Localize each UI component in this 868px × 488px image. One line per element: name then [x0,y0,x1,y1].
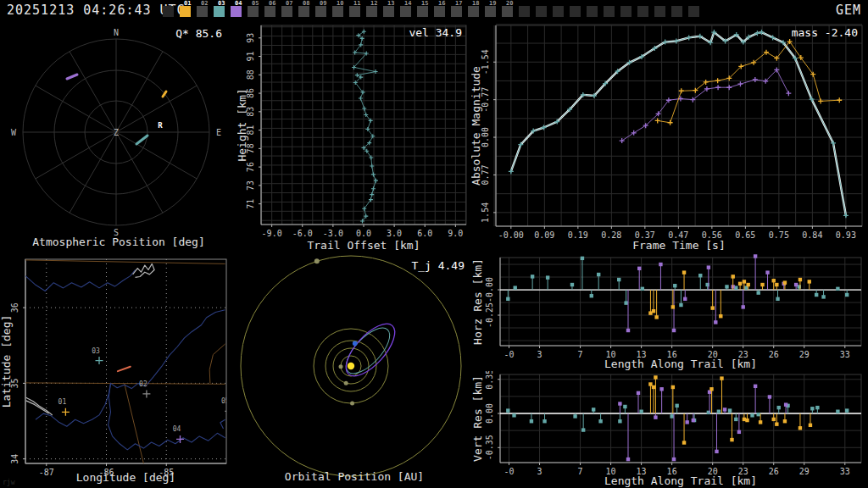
y-tick-label: 73 [246,180,255,191]
station-slot-10[interactable]: 10 [332,6,343,17]
station-slot-08[interactable]: 08 [298,6,309,17]
x-tick-label: 0.0 [356,229,371,238]
station-slot-blank[interactable] [163,6,174,17]
orbital-position-panel: T_j 4.49Orbital Position [AU] [237,254,471,488]
station-slot-blank[interactable] [519,6,530,17]
station-slot-12[interactable]: 12 [366,6,377,17]
y-tick-label: 71 [246,199,255,209]
station-slot-blank[interactable] [637,6,648,17]
station-slot-label: 09 [320,0,326,7]
lake-outline [26,397,53,415]
station-slot-03[interactable]: 03 [214,6,225,17]
station-slot-blank[interactable] [654,6,665,17]
x-tick-label: 9.0 [448,229,463,238]
station-slot-blank[interactable] [688,6,699,17]
station-slot-label: 12 [370,0,377,7]
station-slot-blank[interactable] [604,6,615,17]
station-slot-16[interactable]: 16 [434,6,445,17]
x-tick-label: 7 [578,467,583,476]
x-tick-label: 33 [840,467,850,476]
station-slot-blank[interactable] [553,6,564,17]
station-slot-06[interactable]: 06 [264,6,275,17]
station-slot-04[interactable]: 04 [231,6,242,17]
planet-dot [314,258,320,263]
x-tick-label: -3.0 [323,229,343,238]
y-axis-label: Absolute Magnitude [471,66,482,186]
station-slot-11[interactable]: 11 [349,6,360,17]
state-border [25,260,225,264]
station-slot-07[interactable]: 07 [281,6,292,17]
station-slot-01[interactable]: 01 [180,6,191,17]
station-slot-label: 18 [472,0,479,7]
cardinal-w: W [11,128,17,137]
state-border [125,383,144,463]
station-slot-05[interactable]: 05 [248,6,259,17]
station-slot-blank[interactable] [671,6,682,17]
station-slot-label: 19 [489,0,496,7]
x-tick-label: 3.0 [387,229,402,238]
station-slot-02[interactable]: 02 [197,6,208,17]
station-slot-label: 07 [286,0,292,7]
station-slot-label: 14 [404,0,411,7]
radiant-label: R [158,121,163,130]
station-slot-blank[interactable] [570,6,581,17]
station-slot-13[interactable]: 13 [383,6,394,17]
station-slot-label: 15 [421,0,428,7]
status-bar: 20251213 04:26:43 UTC 010203040506070809… [0,0,868,20]
station-slot-label: 13 [387,0,394,7]
map-station-label-02: 02 [139,380,147,388]
plot-grid [261,25,466,225]
x-tick-label: 0.65 [735,230,755,240]
annotation: mass -2.40 [792,26,858,39]
station-slot-blank[interactable] [536,6,547,17]
meteor-dashboard: 20251213 04:26:43 UTC 010203040506070809… [0,0,868,488]
y-tick-label: 76 [246,162,255,172]
ground-map-panel: -87-86-85343536Longitude [deg]Latitude [… [0,254,237,488]
station-slot-19[interactable]: 19 [485,6,496,17]
station-slot-14[interactable]: 14 [400,6,411,17]
horizontal-residuals-panel: -0371013162023262933-0.00-0.25Length Alo… [471,254,868,371]
station-slot-17[interactable]: 17 [451,6,462,17]
y-axis-label: Height [km] [237,88,248,161]
station-slot-label: 04 [235,0,242,7]
x-axis-label: Longitude [deg] [76,471,175,484]
sun-marker [348,363,354,369]
watermark-text: rjw [3,479,14,486]
planet-dot [350,401,354,405]
shower-code: GEM [836,3,861,18]
station-slot-label: 03 [218,0,225,7]
x-tick-label: 3 [537,350,542,359]
y-tick-label: 34 [10,454,19,464]
x-tick-label: 0.93 [836,230,856,240]
x-tick-label: -6.0 [292,229,313,238]
x-axis-label: Trail Offset [km] [307,239,420,252]
meteor-ground-track [118,367,131,371]
station-slot-label: 02 [201,0,208,7]
y-tick-label: -0.00 [485,277,494,302]
station-slot-20[interactable]: 20 [502,6,513,17]
station-slot-blank[interactable] [620,6,632,17]
annotation: vel 34.9 [409,26,462,39]
y-tick-label: 93 [246,33,255,43]
utc-timestamp: 20251213 04:26:43 UTC [7,3,186,18]
station-slot-18[interactable]: 18 [468,6,479,17]
station-slot-15[interactable]: 15 [417,6,428,17]
station-slot-label: 17 [455,0,462,7]
residual-stems-04 [618,385,787,462]
trail-offset-panel: -9.0-6.0-3.00.03.06.09.07173767881838688… [237,20,471,254]
meteor-trail-04 [67,75,77,79]
x-tick-label: 0.19 [568,230,588,240]
y-axis-label: Horz Res [km] [471,258,484,345]
y-tick-label: -0.25 [485,302,494,328]
station-slot-label: 06 [269,0,275,7]
planet-dot [339,364,343,369]
map-content: 0102030405 [25,259,232,463]
lake-outline [26,401,49,413]
station-slot-blank[interactable] [587,6,598,17]
annotation: Q* 85.6 [175,27,222,40]
x-tick-label: 33 [840,350,850,359]
state-border [209,344,225,383]
station-slot-09[interactable]: 09 [315,6,326,17]
y-tick-label: 88 [246,69,255,80]
y-axis-label: Latitude [deg] [0,315,13,408]
